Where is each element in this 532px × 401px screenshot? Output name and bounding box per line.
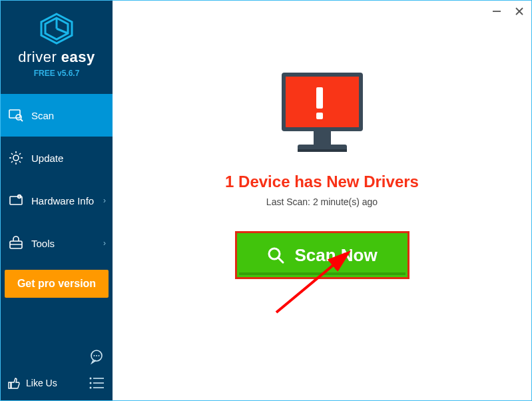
- like-us-button[interactable]: Like Us: [7, 376, 57, 390]
- svg-point-25: [90, 378, 92, 380]
- svg-point-7: [13, 155, 19, 161]
- svg-line-42: [278, 258, 283, 262]
- gear-icon: [9, 151, 23, 165]
- svg-line-13: [19, 161, 21, 163]
- svg-line-3: [57, 29, 68, 33]
- svg-line-6: [21, 119, 23, 121]
- sidebar-item-scan[interactable]: Scan: [1, 94, 113, 137]
- sidebar-item-label: Scan: [31, 110, 54, 121]
- svg-rect-4: [9, 110, 20, 118]
- like-us-label: Like Us: [26, 378, 57, 388]
- svg-point-29: [90, 387, 92, 389]
- brand-word-a: driver: [18, 49, 57, 65]
- headline-text: 1 Device has New Drivers: [225, 173, 419, 191]
- svg-point-23: [96, 355, 97, 356]
- app-window: driver easy FREE v5.6.7 Scan Update i: [0, 0, 532, 401]
- sidebar: driver easy FREE v5.6.7 Scan Update i: [1, 1, 113, 400]
- monitor-info-icon: i: [9, 193, 23, 208]
- brand-word-b: easy: [61, 49, 95, 65]
- svg-line-15: [11, 161, 13, 163]
- get-pro-button[interactable]: Get pro version: [5, 270, 109, 298]
- thumbs-up-icon: [7, 376, 21, 390]
- version-label: FREE v5.6.7: [1, 69, 113, 78]
- menu-button[interactable]: [87, 374, 106, 392]
- sidebar-item-label: Hardware Info: [31, 195, 94, 206]
- scan-now-label: Scan Now: [294, 245, 377, 266]
- chevron-right-icon: ›: [103, 238, 106, 248]
- chevron-right-icon: ›: [103, 196, 106, 205]
- menu-lines-icon: [89, 377, 104, 389]
- sidebar-item-update[interactable]: Update: [1, 137, 113, 179]
- scan-now-button[interactable]: Scan Now: [235, 231, 409, 279]
- scan-icon: [9, 108, 23, 123]
- svg-point-22: [94, 355, 95, 356]
- speech-bubble-icon: [89, 348, 105, 364]
- svg-point-27: [90, 382, 92, 384]
- svg-point-24: [99, 355, 100, 356]
- brand-name: driver easy: [1, 49, 113, 66]
- sidebar-item-hardware-info[interactable]: i Hardware Info ›: [1, 179, 113, 222]
- svg-rect-36: [316, 87, 323, 109]
- content-area: 1 Device has New Drivers Last Scan: 2 mi…: [113, 1, 531, 400]
- svg-line-12: [11, 153, 13, 155]
- svg-rect-38: [314, 131, 331, 145]
- svg-rect-40: [298, 149, 347, 152]
- alert-monitor-illustration: [272, 70, 372, 158]
- sidebar-item-label: Update: [31, 153, 63, 164]
- svg-rect-37: [316, 113, 323, 119]
- get-pro-label: Get pro version: [17, 278, 96, 290]
- sidebar-footer: Like Us: [1, 342, 113, 400]
- sidebar-item-label: Tools: [31, 238, 55, 249]
- main-panel: 1 Device has New Drivers Last Scan: 2 mi…: [113, 1, 531, 400]
- search-icon: [266, 246, 285, 264]
- sidebar-item-tools[interactable]: Tools ›: [1, 222, 113, 264]
- feedback-button[interactable]: [87, 347, 106, 366]
- toolbox-icon: [9, 236, 23, 250]
- svg-line-14: [19, 153, 21, 155]
- nav: Scan Update i Hardware Info › Tools: [1, 94, 113, 264]
- logo-block: driver easy FREE v5.6.7: [1, 1, 113, 85]
- last-scan-text: Last Scan: 2 minute(s) ago: [266, 197, 378, 207]
- logo-icon: [39, 13, 75, 45]
